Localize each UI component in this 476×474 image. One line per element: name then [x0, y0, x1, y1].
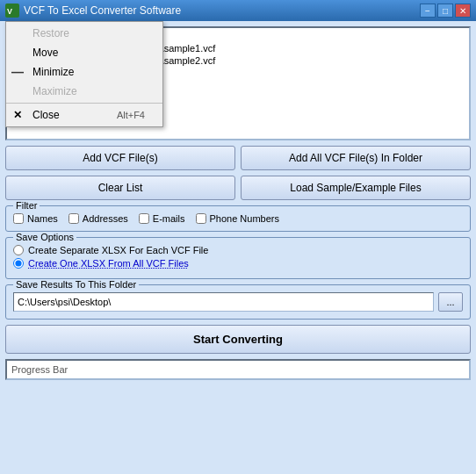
minimize-button[interactable]: − [420, 4, 436, 18]
menu-divider [6, 103, 162, 104]
menu-item-minimize-label: Minimize [32, 66, 74, 78]
menu-item-close-shortcut: Alt+F4 [117, 110, 145, 120]
window-controls: − □ ✕ [420, 4, 471, 18]
maximize-button[interactable]: □ [437, 4, 453, 18]
window-title: VCF To Excel Converter Software [24, 4, 420, 17]
app-icon: V [5, 4, 19, 18]
context-menu-overlay[interactable]: Restore Move Minimize — Maximize ✕ Close… [0, 21, 476, 385]
close-button[interactable]: ✕ [455, 4, 471, 18]
menu-item-close[interactable]: ✕ Close Alt+F4 [6, 105, 162, 125]
menu-item-move-label: Move [32, 47, 58, 59]
menu-item-close-label: Close [32, 109, 60, 121]
menu-item-maximize[interactable]: Maximize [6, 82, 162, 101]
menu-item-restore-label: Restore [32, 27, 69, 40]
svg-text:V: V [7, 7, 12, 16]
menu-item-maximize-label: Maximize [32, 85, 77, 97]
main-window: Restore Move Minimize — Maximize ✕ Close… [0, 21, 476, 385]
context-menu: Restore Move Minimize — Maximize ✕ Close… [5, 21, 163, 127]
menu-item-move[interactable]: Move [6, 43, 162, 62]
menu-item-restore[interactable]: Restore [6, 24, 162, 43]
title-bar: V VCF To Excel Converter Software − □ ✕ [0, 0, 476, 21]
menu-item-minimize[interactable]: Minimize — [6, 62, 162, 82]
